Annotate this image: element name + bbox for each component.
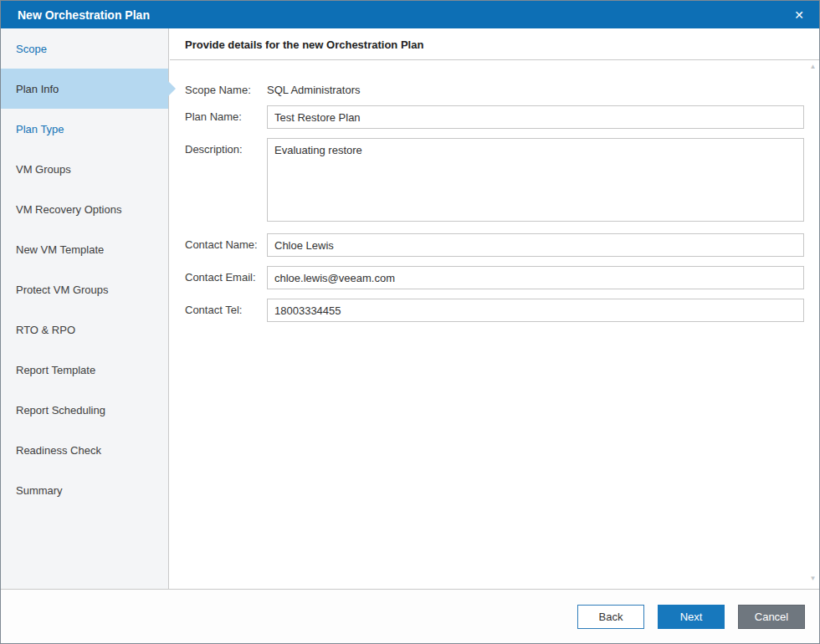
description-textarea[interactable]: Evaluating restore	[267, 138, 804, 222]
step-label: Scope	[16, 43, 47, 55]
sidebar-item-readiness-check[interactable]: Readiness Check	[1, 430, 168, 470]
window-title: New Orchestration Plan	[18, 8, 792, 22]
titlebar: New Orchestration Plan ✕	[1, 1, 819, 28]
step-label: Report Template	[16, 364, 95, 376]
cancel-button[interactable]: Cancel	[738, 605, 805, 629]
scope-name-value: SQL Administrators	[267, 79, 804, 96]
description-row: Description: Evaluating restore	[185, 138, 804, 224]
sidebar-item-new-vm-template[interactable]: New VM Template	[1, 229, 168, 269]
content-scrollbar[interactable]: ▲ ▼	[807, 64, 818, 582]
step-label: Report Scheduling	[16, 404, 105, 417]
step-label: Readiness Check	[16, 444, 101, 457]
scrollbar-up-icon[interactable]: ▲	[810, 64, 817, 70]
sidebar-item-scope[interactable]: Scope	[1, 28, 168, 69]
step-label: New VM Template	[16, 243, 104, 256]
step-label: VM Groups	[16, 163, 71, 176]
wizard-content-panel: Provide details for the new Orchestratio…	[170, 28, 819, 589]
next-button[interactable]: Next	[658, 605, 725, 629]
new-orchestration-plan-window: New Orchestration Plan ✕ Scope Plan Info…	[0, 0, 820, 644]
sidebar-item-report-template[interactable]: Report Template	[1, 350, 168, 390]
back-button[interactable]: Back	[577, 605, 644, 629]
contact-email-label: Contact Email:	[185, 266, 267, 284]
contact-email-input[interactable]	[267, 266, 804, 289]
contact-name-row: Contact Name:	[185, 233, 804, 257]
contact-name-input[interactable]	[267, 233, 804, 257]
sidebar-item-summary[interactable]: Summary	[1, 470, 168, 510]
step-label: Protect VM Groups	[16, 284, 109, 296]
contact-tel-input[interactable]	[267, 299, 804, 322]
plan-name-row: Plan Name:	[185, 105, 804, 129]
sidebar-item-plan-type[interactable]: Plan Type	[1, 109, 168, 149]
scope-name-label: Scope Name:	[185, 79, 267, 96]
close-icon[interactable]: ✕	[792, 6, 806, 24]
scope-name-row: Scope Name: SQL Administrators	[185, 79, 804, 96]
sidebar-item-plan-info[interactable]: Plan Info	[1, 69, 168, 109]
step-label: Plan Info	[16, 83, 59, 95]
wizard-footer: Back Next Cancel	[1, 589, 819, 643]
sidebar-item-protect-vm-groups[interactable]: Protect VM Groups	[1, 269, 168, 309]
sidebar-item-vm-groups[interactable]: VM Groups	[1, 149, 168, 189]
description-label: Description:	[185, 138, 267, 156]
step-label: RTO & RPO	[16, 324, 75, 336]
sidebar-item-rto-rpo[interactable]: RTO & RPO	[1, 309, 168, 350]
plan-info-form: Scope Name: SQL Administrators Plan Name…	[170, 60, 819, 322]
plan-name-label: Plan Name:	[185, 105, 267, 123]
contact-email-row: Contact Email:	[185, 266, 804, 289]
step-label: Plan Type	[16, 123, 64, 135]
scrollbar-down-icon[interactable]: ▼	[810, 575, 817, 582]
step-label: Summary	[16, 484, 63, 497]
contact-tel-row: Contact Tel:	[185, 299, 804, 322]
wizard-steps-sidebar: Scope Plan Info Plan Type VM Groups VM R…	[1, 28, 169, 589]
contact-name-label: Contact Name:	[185, 233, 267, 251]
sidebar-item-report-scheduling[interactable]: Report Scheduling	[1, 390, 168, 430]
step-label: VM Recovery Options	[16, 203, 121, 216]
contact-tel-label: Contact Tel:	[185, 299, 267, 316]
sidebar-item-vm-recovery-options[interactable]: VM Recovery Options	[1, 189, 168, 229]
plan-name-input[interactable]	[267, 105, 804, 129]
page-title: Provide details for the new Orchestratio…	[170, 28, 819, 60]
